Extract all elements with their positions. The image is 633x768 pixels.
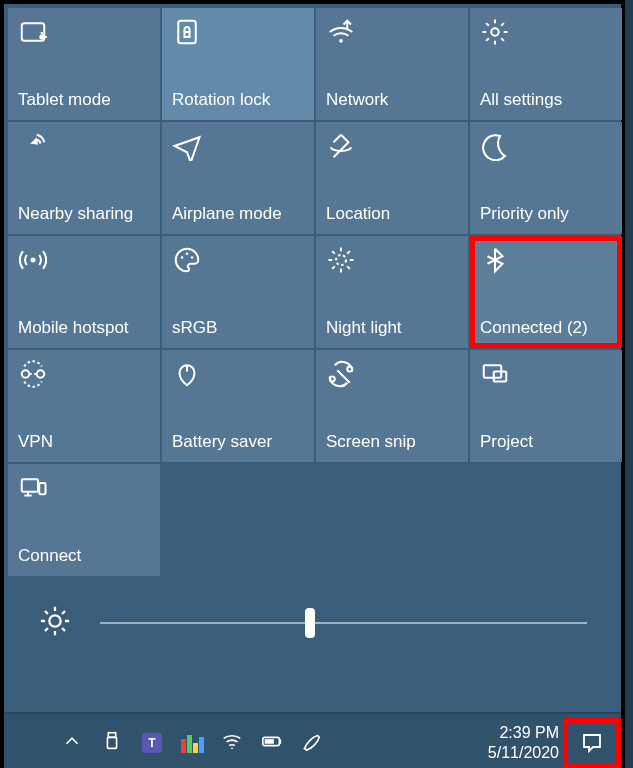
tile-label: Connect [18,546,150,566]
wifi-icon [221,730,243,756]
tile-night-light[interactable]: Night light [316,236,468,348]
tile-label: VPN [18,432,150,452]
tile-screen-snip[interactable]: Screen snip [316,350,468,462]
pen-icon [301,730,323,756]
night-light-icon [326,244,458,276]
tray-wifi[interactable] [212,723,252,763]
tile-battery-saver[interactable]: Battery saver [162,350,314,462]
brightness-thumb[interactable] [305,608,315,638]
airplane-icon [172,130,304,162]
usb-icon [101,730,123,756]
clock-time: 2:39 PM [488,723,559,743]
svg-point-10 [22,370,30,378]
screen-snip-icon [326,358,458,390]
svg-rect-20 [107,737,116,748]
svg-point-9 [336,255,346,265]
svg-point-18 [49,615,60,626]
svg-rect-2 [185,32,190,37]
tile-label: sRGB [172,318,304,338]
tile-label: Connected (2) [480,318,612,338]
tile-label: All settings [480,90,612,110]
svg-rect-16 [22,479,38,492]
svg-point-21 [231,747,233,749]
battery-saver-icon [172,358,304,390]
tile-vpn[interactable]: VPN [8,350,160,462]
tile-project[interactable]: Project [470,350,622,462]
tile-nearby-sharing[interactable]: Nearby sharing [8,122,160,234]
svg-rect-15 [494,372,507,382]
tile-airplane[interactable]: Airplane mode [162,122,314,234]
tile-bluetooth[interactable]: Connected (2) [470,236,622,348]
svg-point-8 [191,256,194,259]
tile-label: Airplane mode [172,204,304,224]
settings-icon [480,16,612,48]
brightness-slider[interactable] [100,622,587,624]
clock[interactable]: 2:39 PM 5/11/2020 [488,723,559,763]
tile-label: Location [326,204,458,224]
tile-label: Nearby sharing [18,204,150,224]
powertoys-icon [181,733,203,753]
tile-location[interactable]: Location [316,122,468,234]
tray-teams[interactable]: T [132,723,172,763]
tile-moon[interactable]: Priority only [470,122,622,234]
quick-action-tiles: Tablet modeRotation lockNetworkAll setti… [4,4,621,576]
hotspot-icon [18,244,150,276]
tile-label: Tablet mode [18,90,150,110]
svg-point-6 [181,256,184,259]
bluetooth-icon [480,244,612,276]
tile-settings[interactable]: All settings [470,8,622,120]
rotation-lock-icon [172,16,304,48]
moon-icon [480,130,612,162]
brightness-slider-row [4,598,621,648]
tile-tablet[interactable]: Tablet mode [8,8,160,120]
taskbar: T 2:39 PM 5/11/2020 [4,712,621,768]
tablet-icon [18,16,150,48]
tile-label: Battery saver [172,432,304,452]
tray-pen[interactable] [292,723,332,763]
connect-icon [18,472,150,504]
svg-rect-17 [39,483,45,494]
svg-point-3 [339,39,343,43]
svg-point-7 [186,253,189,256]
location-icon [326,130,458,162]
tile-rotation-lock[interactable]: Rotation lock [162,8,314,120]
svg-point-5 [31,258,36,263]
tray-battery[interactable] [252,723,292,763]
svg-point-4 [491,28,499,36]
teams-icon: T [142,733,162,753]
palette-icon [172,244,304,276]
tray-powertoys[interactable] [172,723,212,763]
svg-point-13 [347,367,352,372]
chevron-up-icon [61,730,83,756]
tile-label: Priority only [480,204,612,224]
svg-rect-23 [279,739,281,744]
tile-label: Project [480,432,612,452]
svg-point-12 [330,377,335,382]
tile-connect[interactable]: Connect [8,464,160,576]
brightness-icon [38,604,72,642]
tile-palette[interactable]: sRGB [162,236,314,348]
nearby-sharing-icon [18,130,150,162]
battery-icon [261,730,283,756]
tray-usb[interactable] [92,723,132,763]
tile-label: Mobile hotspot [18,318,150,338]
tile-label: Screen snip [326,432,458,452]
action-center-button[interactable] [563,718,621,768]
tile-hotspot[interactable]: Mobile hotspot [8,236,160,348]
tile-label: Night light [326,318,458,338]
tile-label: Rotation lock [172,90,304,110]
system-tray: T [52,723,332,763]
svg-rect-24 [265,739,274,744]
tile-label: Network [326,90,458,110]
vpn-icon [18,358,150,390]
svg-point-11 [37,370,45,378]
project-icon [480,358,612,390]
clock-date: 5/11/2020 [488,743,559,763]
network-icon [326,16,458,48]
tray-chevron-up[interactable] [52,723,92,763]
tile-network[interactable]: Network [316,8,468,120]
action-center-panel: Tablet modeRotation lockNetworkAll setti… [0,0,625,768]
